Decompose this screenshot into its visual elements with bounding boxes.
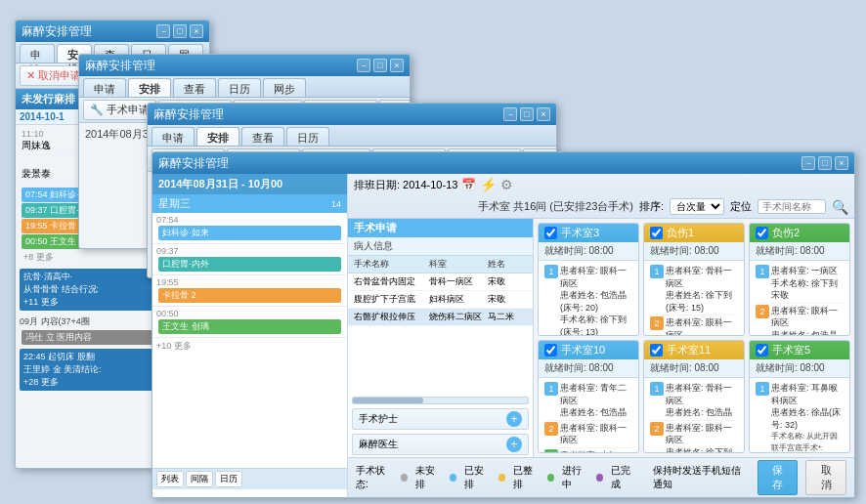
tab-arrange-3[interactable]: 安排 (196, 127, 239, 146)
tab-apply-2[interactable]: 申请 (83, 78, 126, 97)
p1-surgery: 右骨盆骨内固定 (354, 275, 429, 288)
btn-surgery-apply-2[interactable]: 🔧 手术申请 (83, 100, 156, 120)
card10-checkbox[interactable] (544, 344, 557, 357)
tab-apply-1[interactable]: 申请 (20, 44, 55, 63)
tab-cal-3[interactable]: 日历 (286, 127, 329, 146)
r1-name: 患者姓名: 包浩晶(床号: 20) (560, 289, 632, 314)
cardf1-content1: 患者科室: 骨科一病区 患者姓名: 徐下到(床号: 15) (666, 265, 738, 314)
search-icon[interactable]: 🔍 (832, 199, 848, 215)
win3-close[interactable]: × (537, 107, 550, 121)
nurse-section: 手术护士 + (352, 408, 529, 430)
cardf2-row2[interactable]: 2 患者科室: 眼科一病区 患者姓名: 包浩晶(床号: 20) (756, 304, 844, 336)
card10-time: 就绪时间: 08:00 (539, 359, 638, 378)
cardf1-row2[interactable]: 2 患者科室: 眼科一病区 患者姓名: 包浩晶(床号: 20) 回访护士 刘护士 (650, 315, 738, 336)
p2-doctor: 宋敬 (488, 293, 527, 306)
row-f2-1: 1 (756, 265, 769, 278)
r11-dept: 患者科室: 骨科一病区 (666, 382, 738, 406)
patient-row-1[interactable]: 右骨盆骨内固定 骨科一病区 宋敬 (348, 273, 533, 291)
win1-max[interactable]: □ (173, 24, 187, 38)
win3-title: 麻醉安排管理 (153, 106, 224, 123)
tab-apply-3[interactable]: 申请 (152, 127, 195, 146)
tab-arrange-2[interactable]: 安排 (128, 78, 171, 97)
card11-row1[interactable]: 1 患者科室: 骨科一病区 患者姓名: 包浩晶 (650, 381, 738, 421)
cardf1-row1[interactable]: 1 患者科室: 骨科一病区 患者姓名: 徐下到(床号: 15) (650, 264, 738, 315)
card3-checkbox[interactable] (544, 227, 557, 239)
card5-header: 手术室5 (750, 341, 849, 359)
cardf1-title: 负伤1 (667, 226, 694, 240)
btn-cal-main[interactable]: 日历 (215, 471, 242, 487)
card11-checkbox[interactable] (650, 344, 663, 357)
tab-view-2[interactable]: 查看 (173, 78, 216, 97)
cardf2-row1[interactable]: 1 患者科室: 一病区 手术名称: 徐下到 宋敬 (756, 264, 844, 304)
main-two-col: 手术申请 病人信息 手术名称 科室 姓名 (348, 219, 854, 457)
card5-checkbox[interactable] (756, 344, 768, 357)
card3-row1[interactable]: 1 患者科室: 眼科一病区 患者姓名: 包浩晶(床号: 20) 手术名称: 徐下… (544, 264, 632, 336)
tab-sync-2[interactable]: 网步 (263, 78, 306, 97)
sched-event-3[interactable]: 卡拉骨 2 (158, 288, 341, 303)
p1-doctor: 宋敬 (488, 275, 527, 288)
card5-row1[interactable]: 1 患者科室: 耳鼻喉科病区 患者姓名: 徐晶(床号: 32) 手术名称: 从此… (756, 381, 844, 453)
add-doctor-btn[interactable]: + (506, 437, 522, 452)
win3-max[interactable]: □ (520, 107, 534, 121)
card10-content2: 患者科室: 眼科一病区 (560, 422, 632, 446)
sched-item-2: 09:37 口腔胃·内外 (152, 244, 347, 275)
row-num-1: 1 (544, 265, 558, 278)
settings-icon[interactable]: ⚙ (500, 177, 513, 192)
win1-close[interactable]: × (190, 24, 203, 38)
patient-row-3[interactable]: 右骼扩根拉伸压 烧伤科二病区 马二米 (348, 309, 533, 326)
cardf2-content2: 患者科室: 眼科一病区 患者姓名: 包浩晶(床号: 20) (771, 305, 844, 336)
main-close[interactable]: × (835, 156, 848, 170)
card11-row2[interactable]: 2 患者科室: 眼科一病区 患者姓名: 徐下到 此后开因联手术的目的内容 (650, 421, 738, 453)
cardf2-checkbox[interactable] (756, 227, 768, 239)
card3-time: 就绪时间: 08:00 (539, 242, 638, 261)
card5-body: 1 患者科室: 耳鼻喉科病区 患者姓名: 徐晶(床号: 32) 手术名称: 从此… (750, 378, 849, 453)
sched-event-1[interactable]: 妇科诊·如来 (158, 226, 341, 240)
card10-row1[interactable]: 1 患者科室: 青年二病区 患者姓名: 包浩晶 (544, 381, 632, 421)
sched-time-4: 00:50 (156, 309, 343, 318)
win2-close[interactable]: × (390, 59, 404, 72)
card-room3: 手术室3 就绪时间: 08:00 1 患者科室: 眼科一病区 患者姓名: 包浩晶… (538, 223, 639, 336)
status-inprogress: 进行中 (562, 464, 588, 491)
cancel-button[interactable]: 取消 (805, 460, 846, 495)
win1-min[interactable]: － (156, 24, 170, 38)
card11-header: 手术室11 (644, 341, 744, 359)
win2-max[interactable]: □ (373, 59, 387, 72)
tab-view-3[interactable]: 查看 (241, 127, 284, 146)
win2-min[interactable]: － (357, 59, 370, 72)
btn-list-main[interactable]: 列表 (156, 471, 184, 487)
tab-cal-2[interactable]: 日历 (218, 78, 261, 97)
cardf2-time: 就绪时间: 08:00 (750, 242, 849, 261)
sort-select[interactable]: 台次量 (670, 198, 724, 215)
card5-time: 就绪时间: 08:00 (750, 359, 849, 378)
main-max[interactable]: □ (818, 156, 832, 170)
main-min[interactable]: － (801, 156, 815, 170)
save-button[interactable]: 保存 (758, 460, 799, 495)
win1-title: 麻醉安排管理 (22, 23, 92, 40)
btn-gap-main[interactable]: 间隔 (186, 471, 213, 487)
patient-row-2[interactable]: 腹腔扩下子宫底 妇科病区 宋敬 (348, 291, 533, 309)
card11-title: 手术室11 (667, 343, 711, 357)
arrangement-area: 排班日期: 2014-10-13 📅 ⚡ ⚙ 手术室 共16间 (已安排23台手… (348, 174, 854, 497)
r10-name: 患者姓名: 包浩晶 (560, 406, 632, 419)
search-room-input[interactable] (758, 199, 826, 214)
nurse-label: 手术护士 (359, 412, 398, 426)
card-room5: 手术室5 就绪时间: 08:00 1 患者科室: 耳鼻喉科病区 患者姓名: 徐晶… (749, 340, 850, 453)
sched-period: 2014年08月31日 - 10月00 (152, 174, 347, 194)
cardf1-checkbox[interactable] (650, 227, 663, 239)
add-nurse-btn[interactable]: + (506, 411, 522, 427)
calendar-icon[interactable]: 📅 (461, 178, 476, 191)
card10-row2[interactable]: 2 患者科室: 眼科一病区 (544, 421, 632, 448)
win3-min[interactable]: － (503, 107, 517, 121)
sched-event-4[interactable]: 王文生 创璃 (158, 319, 341, 334)
sort-label: 排序: (639, 199, 664, 214)
status-unscheduled: 未安排 (415, 464, 442, 491)
card11-content1: 患者科室: 骨科一病区 患者姓名: 包浩晶 (666, 382, 738, 419)
card10-row3[interactable]: 3 患者科室: 未知 (544, 448, 632, 453)
sched-event-2[interactable]: 口腔胃·内外 (158, 257, 341, 272)
r5-dept: 患者科室: 耳鼻喉科病区 (771, 382, 844, 406)
patient-scrollbar[interactable] (352, 397, 529, 404)
p1-dept: 骨科一病区 (429, 275, 488, 288)
r10-3-dept: 患者科室: 未知 (560, 449, 632, 453)
r10-dept: 患者科室: 青年二病区 (560, 382, 632, 406)
p3-dept: 烧伤科二病区 (429, 311, 488, 323)
